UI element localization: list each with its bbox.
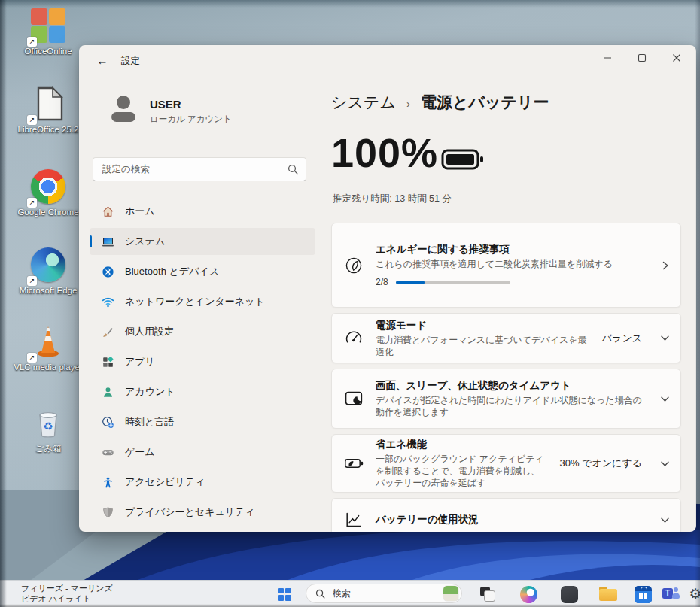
svg-text:♻: ♻ <box>43 420 53 432</box>
breadcrumb-parent[interactable]: システム <box>331 92 396 113</box>
sidebar-item-bluetooth-devices[interactable]: Bluetooth とデバイス <box>90 258 315 285</box>
sidebar-item-label: アプリ <box>125 355 155 369</box>
sidebar-item-gaming[interactable]: ゲーム <box>90 439 315 466</box>
desktop-icon-label: ごみ箱 <box>14 444 83 454</box>
sidebar-item-home[interactable]: ホーム <box>90 198 315 225</box>
battery-percent: 100% <box>331 129 438 176</box>
sidebar-item-label: ゲーム <box>125 445 155 459</box>
card-energy-recommendations[interactable]: エネルギーに関する推奨事項 これらの推奨事項を適用して二酸化炭素排出量を削減する… <box>331 223 681 308</box>
sidebar-item-personalization[interactable]: 個人用設定 <box>90 318 315 345</box>
screen-sleep-icon <box>344 389 364 408</box>
desktop-icon-libreoffice[interactable]: ↗ LibreOffice 25.2 <box>14 84 83 135</box>
settings-main-pane: システム › 電源とバッテリー 100% 推定残り時間: 13 時間 51 分 <box>331 45 686 532</box>
eco-leaf-icon <box>344 256 364 275</box>
sidebar-item-time-language[interactable]: 時刻と言語 <box>90 408 315 436</box>
card-power-mode[interactable]: 電源モード 電力消費とパフォーマンスに基づいてデバイスを最適化 バランス <box>331 313 681 363</box>
copilot-button[interactable] <box>518 584 539 605</box>
clock-language-icon <box>102 416 114 429</box>
dark-app-icon <box>561 586 578 603</box>
desktop-icon-label: OfficeOnline <box>14 47 83 56</box>
task-view-icon <box>479 586 496 602</box>
sidebar-item-apps[interactable]: アプリ <box>90 348 315 375</box>
breadcrumb-separator-icon: › <box>406 97 410 110</box>
battery-usage-chart-icon <box>344 510 364 530</box>
battery-full-icon <box>441 147 485 171</box>
shortcut-arrow-icon: ↗ <box>27 198 37 208</box>
sidebar-item-label: 個人用設定 <box>125 325 174 338</box>
card-description: これらの推奨事項を適用して二酸化炭素排出量を削減する <box>376 258 649 270</box>
desktop-icon-recycle-bin[interactable]: ♻ ごみ箱 <box>14 403 83 454</box>
energy-saver-battery-icon <box>344 454 364 473</box>
bluetooth-icon <box>102 266 114 278</box>
start-button[interactable] <box>274 584 295 605</box>
terminal-app-button[interactable] <box>558 584 580 605</box>
microsoft-store-button[interactable] <box>632 584 653 605</box>
card-title: 画面、スリープ、休止状態のタイムアウト <box>376 379 648 393</box>
chevron-down-icon[interactable] <box>660 459 670 469</box>
settings-search-box[interactable] <box>93 157 306 181</box>
system-icon <box>102 235 114 248</box>
teams-button[interactable]: T <box>661 584 682 605</box>
desktop-icon-label: Google Chrome <box>14 208 83 217</box>
sidebar-item-accounts[interactable]: アカウント <box>90 378 315 405</box>
chevron-down-icon[interactable] <box>660 333 670 343</box>
power-mode-value[interactable]: バランス <box>602 332 642 345</box>
sidebar-item-network-internet[interactable]: ネットワークとインターネット <box>90 288 315 315</box>
desktop-icon-chrome[interactable]: ↗ Google Chrome <box>14 167 83 217</box>
taskbar: フィリーズ - マーリンズ ビデオ ハイライト <box>0 580 700 607</box>
sidebar-item-label: 時刻と言語 <box>125 415 174 429</box>
sidebar-item-label: プライバシーとセキュリティ <box>125 505 255 519</box>
card-screen-sleep-timeouts[interactable]: 画面、スリープ、休止状態のタイムアウト デバイスが指定された時間にわたりアイドル… <box>331 369 681 429</box>
card-battery-usage[interactable]: バッテリーの使用状況 <box>331 498 681 532</box>
energy-saver-value[interactable]: 30% でオンにする <box>560 457 642 470</box>
settings-sidebar: ホーム システム Bluetooth とデバイス <box>90 198 315 529</box>
user-name: USER <box>150 98 181 111</box>
sidebar-item-system[interactable]: システム <box>90 228 315 255</box>
file-explorer-button[interactable] <box>598 584 619 605</box>
avatar <box>106 92 141 126</box>
accessibility-icon <box>102 476 114 489</box>
gamepad-icon <box>102 446 114 459</box>
back-button[interactable]: ← <box>93 52 112 70</box>
search-icon <box>315 589 325 599</box>
energy-progress-label: 2/8 <box>376 277 388 287</box>
breadcrumb: システム › 電源とバッテリー <box>331 92 549 113</box>
widgets-button[interactable]: フィリーズ - マーリンズ ビデオ ハイライト <box>21 584 113 604</box>
paintbrush-icon <box>102 326 114 338</box>
desktop-icon-label: LibreOffice 25.2 <box>14 125 83 135</box>
user-account-block[interactable]: USER ローカル アカウント <box>106 92 317 131</box>
settings-search-input[interactable] <box>101 159 277 179</box>
card-title: バッテリーの使用状況 <box>376 513 648 527</box>
user-account-type: ローカル アカウント <box>150 114 232 125</box>
shortcut-arrow-icon: ↗ <box>27 353 37 363</box>
desktop-icon-edge[interactable]: ↗ Microsoft Edge <box>14 245 83 296</box>
battery-estimate: 推定残り時間: 13 時間 51 分 <box>333 193 452 205</box>
settings-window: ← 設定 USER ローカル アカウント <box>79 45 696 532</box>
account-person-icon <box>102 386 114 399</box>
chevron-down-icon[interactable] <box>660 394 670 404</box>
search-highlight-thumbnail <box>443 586 458 601</box>
sidebar-item-label: ホーム <box>125 205 155 218</box>
desktop-icon-officeonline[interactable]: ↗ OfficeOnline <box>14 6 83 56</box>
sidebar-item-label: ネットワークとインターネット <box>125 295 265 308</box>
settings-taskbar-button[interactable]: ⚙ <box>685 584 700 605</box>
desktop-icon-vlc[interactable]: ↗ VLC media player <box>14 322 83 372</box>
taskbar-search-input[interactable] <box>331 587 432 599</box>
chevron-down-icon[interactable] <box>660 515 670 525</box>
sidebar-item-accessibility[interactable]: アクセシビリティ <box>90 469 315 496</box>
windows-logo-icon <box>278 588 291 601</box>
task-view-button[interactable] <box>477 584 498 605</box>
taskbar-search[interactable] <box>306 584 462 603</box>
settings-cards: エネルギーに関する推奨事項 これらの推奨事項を適用して二酸化炭素排出量を削減する… <box>331 223 681 532</box>
card-energy-saver[interactable]: 省エネ機能 一部のバックグラウンド アクティビティを制限することで、電力消費を削… <box>331 434 681 493</box>
card-title: エネルギーに関する推奨事項 <box>376 243 649 256</box>
sidebar-item-label: アカウント <box>125 385 175 399</box>
shield-icon <box>102 506 114 519</box>
chevron-right-icon[interactable] <box>661 260 670 271</box>
wifi-icon <box>102 296 114 308</box>
sidebar-item-privacy-security[interactable]: プライバシーとセキュリティ <box>90 499 315 526</box>
breadcrumb-current: 電源とバッテリー <box>421 92 549 113</box>
teams-icon: T <box>662 586 680 602</box>
sidebar-item-label: システム <box>125 235 165 248</box>
card-description: 電力消費とパフォーマンスに基づいてデバイスを最適化 <box>376 334 590 358</box>
